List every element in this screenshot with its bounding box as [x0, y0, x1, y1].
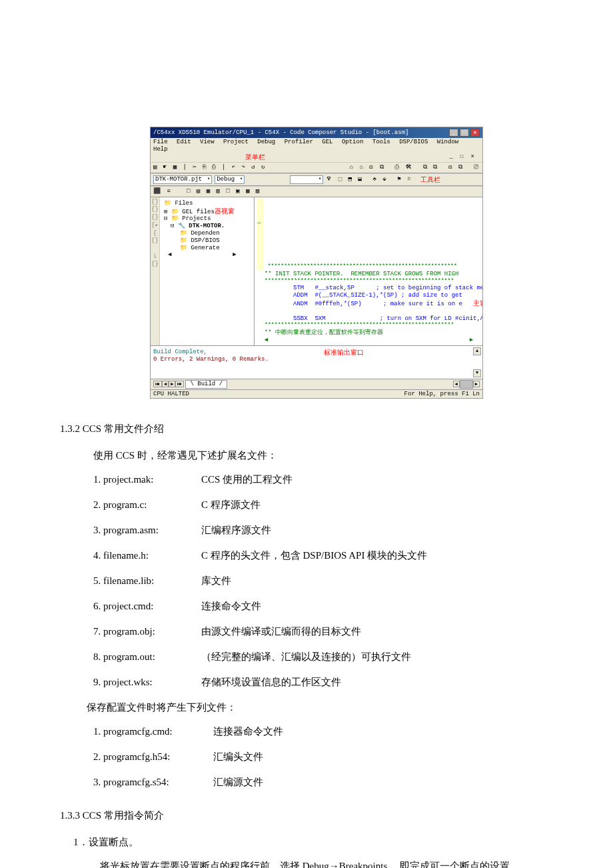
output-tabs: ⏮ ◀ ▶ ⏭ \ Build / ◀ ▶	[151, 379, 482, 389]
item-1-title: 1．设置断点。	[73, 832, 573, 852]
project-tree[interactable]: 📁 Files ⊞ 📁 GEL files器视窗 ⊟ 📁 Projects ⊟ …	[163, 199, 253, 260]
section-132-intro: 使用 CCS 时，经常遇见下述扩展名文件：	[93, 445, 573, 465]
file-row: 3. programcfg.s54:汇编源文件	[93, 772, 573, 792]
file-row: 5. filename.lib:库文件	[93, 571, 573, 591]
window-titlebar: /C54xx XDS510 Emulator/CPU_1 - C54X - Co…	[151, 127, 482, 138]
menu-option[interactable]: Option	[342, 139, 363, 145]
toolbar-debug: ⬛ ≡ □ ▤ ▦ ▥ □ ▣ ▦ ▧	[151, 186, 482, 197]
tree-files: 📁 Files	[164, 200, 251, 207]
tree-projects: ⊟ 📁 Projects	[164, 215, 251, 223]
toolbar-project: DTK-MOTOR.pjt Debug ⛛ ⬚ ⬒ ⬓ ⬘ ⬙ ⚑ ⚐ 工具栏	[151, 173, 482, 186]
tab-nav-first[interactable]: ⏮	[153, 381, 162, 387]
build-complete-text: Build Complete,	[153, 349, 480, 356]
scroll-right[interactable]: ▶	[473, 381, 480, 387]
tab-nav-next[interactable]: ▶	[169, 381, 175, 387]
menu-debug[interactable]: Debug	[257, 139, 275, 145]
window-controls: _ □ ×	[449, 129, 480, 137]
file-row: 3. program.asm:汇编程序源文件	[93, 520, 573, 540]
build-errors-text: 0 Errors, 2 Warnings, 0 Remarks.	[153, 356, 480, 363]
file-row: 8. program.out:（经完整的编译、汇编以及连接的）可执行文件	[93, 647, 573, 667]
project-dropdown[interactable]: DTK-MOTOR.pjt	[153, 175, 212, 184]
output-annotation: 标准输出窗口	[324, 349, 364, 357]
statusbar: CPU HALTED For Help, press F1 Ln	[151, 389, 482, 399]
menubar: File Edit View Project Debug Profiler GE…	[151, 138, 482, 162]
menu-view[interactable]: View	[200, 139, 215, 145]
project-tree-pane: {}{}{}{▸{{}⤹{} 📁 Files ⊞ 📁 GEL files器视窗 …	[151, 197, 255, 345]
code-editor[interactable]: ⇨ **************************************…	[255, 197, 482, 345]
tree-dep: 📁 Dependen	[164, 230, 251, 237]
tab-build[interactable]: \ Build /	[185, 380, 227, 389]
status-help: For Help, press F1 Ln	[404, 391, 480, 398]
file-row: 1. programcfg.cmd:连接器命令文件	[93, 721, 573, 741]
section-132-title: 1.3.2 CCS 常用文件介绍	[60, 419, 573, 439]
menu-window[interactable]: Window	[437, 139, 458, 145]
file-list-2: 1. programcfg.cmd:连接器命令文件 2. programcfg.…	[93, 721, 573, 792]
menubar-annotation: 菜单栏	[245, 153, 265, 161]
menu-tools[interactable]: Tools	[372, 139, 390, 145]
file-row: 9. project.wks:存储环境设置信息的工作区文件	[93, 672, 573, 692]
tree-gel: ⊞ 📁 GEL files器视窗	[164, 207, 251, 216]
file-row: 2. program.c:C 程序源文件	[93, 495, 573, 515]
ccs-screenshot: /C54xx XDS510 Emulator/CPU_1 - C54X - Co…	[150, 127, 483, 399]
section-133-title: 1.3.3 CCS 常用指令简介	[60, 805, 573, 825]
scroll-left[interactable]: ◀	[453, 381, 460, 387]
config-dropdown[interactable]: Debug	[215, 175, 245, 184]
window-title: /C54xx XDS510 Emulator/CPU_1 - C54X - Co…	[153, 129, 408, 137]
toolbar-debug-icons[interactable]: ⛛ ⬚ ⬒ ⬓ ⬘ ⬙ ⚑ ⚐	[326, 176, 412, 183]
file-row: 2. programcfg.h54:汇编头文件	[93, 747, 573, 767]
menu-project[interactable]: Project	[223, 139, 249, 145]
maximize-button[interactable]: □	[460, 129, 469, 137]
output-window: Build Complete, 0 Errors, 2 Warnings, 0 …	[151, 345, 482, 379]
tab-nav-last[interactable]: ⏭	[175, 381, 184, 387]
toolbar-main: ▤ ☛ ▦ | ✂ ⎘ ⎙ | ↶ ↷ ↺ ↻ ⌂ ⌂ ⧈ ⧉ ⎙ 🛠 ⧉ ⧉ …	[151, 162, 482, 173]
toolbar-icons-left[interactable]: ▤ ☛ ▦ | ✂ ⎘ ⎙ | ↶ ↷ ↺ ↻	[153, 164, 267, 171]
file-row: 4. filename.h:C 程序的头文件，包含 DSP/BIOS API 模…	[93, 545, 573, 565]
tree-bios: 📁 DSP/BIOS	[164, 237, 251, 245]
save-note: 保存配置文件时将产生下列文件：	[87, 697, 573, 717]
breakpoint-gutter[interactable]: ⇨	[257, 199, 264, 271]
minimize-button[interactable]: _	[449, 129, 458, 137]
menu-profiler[interactable]: Profiler	[285, 139, 313, 145]
file-row: 7. program.obj:由源文件编译或汇编而得的目标文件	[93, 621, 573, 641]
empty-dropdown[interactable]	[290, 175, 323, 184]
tree-project: ⊟ 🔧 DTK-MOTOR.	[164, 223, 251, 230]
tree-gen: 📁 Generate	[164, 245, 251, 252]
menu-gel[interactable]: GEL	[322, 139, 332, 145]
close-button[interactable]: ×	[470, 129, 480, 137]
toolbar-icons-right[interactable]: ⌂ ⌂ ⧈ ⧉ ⎙ 🛠 ⧉ ⧉ ⧈ ⧉ ⎚	[350, 164, 480, 171]
menu-file[interactable]: File	[153, 139, 168, 145]
tab-nav-prev[interactable]: ◀	[162, 381, 169, 387]
menu-edit[interactable]: Edit	[177, 139, 191, 145]
debug-sidebar: {}{}{}{▸{{}⤹{}	[151, 197, 160, 345]
main-area: {}{}{}{▸{{}⤹{} 📁 Files ⊞ 📁 GEL files器视窗 …	[151, 197, 482, 345]
file-row: 6. project.cmd:连接命令文件	[93, 596, 573, 616]
item-1-body: 将光标放置在需要设置断点的程序行前，选择 Debug→Breakpoints， …	[100, 856, 573, 868]
menu-dspbios[interactable]: DSP/BIOS	[399, 139, 428, 145]
file-list-1: 1. project.mak:CCS 使用的工程文件 2. program.c:…	[93, 469, 573, 692]
status-cpu: CPU HALTED	[153, 391, 189, 398]
menu-help[interactable]: Help	[153, 146, 168, 153]
toolbar-step-icons[interactable]: ⬛ ≡ □ ▤ ▦ ▥ □ ▣ ▦ ▧	[153, 188, 261, 195]
toolbar-annotation: 工具栏	[420, 176, 440, 184]
file-row: 1. project.mak:CCS 使用的工程文件	[93, 469, 573, 489]
